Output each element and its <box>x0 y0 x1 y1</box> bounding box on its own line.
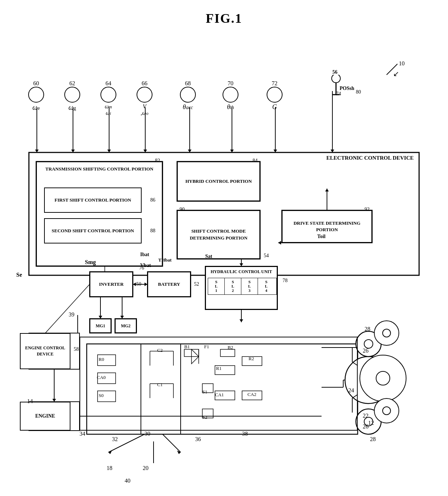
svg-marker-37 <box>120 316 124 319</box>
svg-marker-2 <box>35 150 39 152</box>
svg-marker-82 <box>52 399 56 402</box>
svg-marker-79 <box>177 450 181 454</box>
engine-ctrl-box: ENGINE CONTROL DEVICE 58 <box>20 333 70 369</box>
sensor-66: 66 V,ωo <box>137 80 152 116</box>
inverter-box: INVERTER 50 <box>90 272 133 297</box>
sensor-num-68: 68 <box>185 80 191 87</box>
ref-90: 90 <box>180 207 185 212</box>
sensor-circle-60 <box>28 87 44 103</box>
hcp-box: HYBRID CONTROL PORTION 84 <box>177 161 260 201</box>
hcp-label: HYBRID CONTROL PORTION <box>185 178 252 185</box>
ref-20: 20 <box>143 465 148 471</box>
ref-82: 82 <box>155 158 160 164</box>
sscp-label: SECOND SHIFT CONTROL PORTION <box>52 228 134 234</box>
sensor-num-62: 62 <box>69 80 75 87</box>
battery-box: BATTERY 52 76 <box>147 272 191 297</box>
battery-label: BATTERY <box>158 281 180 287</box>
dsdp-label: DRIVE STATE DETERMINING PORTION <box>283 220 371 233</box>
sensor-circle-72 <box>267 87 283 103</box>
svg-marker-10 <box>188 150 191 152</box>
sat-label: Sat <box>205 254 212 259</box>
ref-28-top: 28 <box>365 326 370 332</box>
sensor-label-60: ωe <box>33 103 40 112</box>
svg-point-65 <box>364 340 373 348</box>
ref-32: 32 <box>112 436 118 443</box>
valve-sl1: S L 1 <box>208 278 225 294</box>
mg1-label: MG1 <box>96 323 105 329</box>
valve-sl4: S L 4 <box>258 278 275 294</box>
svg-point-103 <box>332 75 340 83</box>
ref-86: 86 <box>150 197 155 203</box>
ref-92: 92 <box>365 207 370 212</box>
sensor-68: 68 θacc <box>180 80 196 111</box>
ref-76: 76 <box>139 265 144 271</box>
toil-label: Toil <box>317 234 326 240</box>
ref-52: 52 <box>194 281 199 287</box>
ref-10-arrow: ↙ <box>393 69 399 78</box>
sensor-circle-64 <box>100 87 116 103</box>
valve-sl2: S L 2 <box>225 278 241 294</box>
hcu-label: HYDRAULIC CONTROL UNIT <box>206 267 277 275</box>
svg-marker-16 <box>331 150 334 152</box>
ref-54: 54 <box>264 253 269 259</box>
ref-14: 14 <box>27 398 33 405</box>
svg-marker-87 <box>133 282 136 286</box>
scmdp-label: SHIFT CONTROL MODE DETERMINING PORTION <box>178 228 259 241</box>
ref-78: 78 <box>283 278 288 284</box>
wheel-top-small <box>374 320 399 346</box>
sensor-circle-70 <box>223 87 238 103</box>
svg-marker-86 <box>145 282 147 286</box>
ref-26-top: 26 <box>363 348 369 354</box>
sensor-label-70: θth <box>227 103 234 111</box>
sensor-label-62: ωg <box>68 103 76 112</box>
dsdp-box: DRIVE STATE DETERMINING PORTION 92 <box>282 210 372 243</box>
svg-marker-95 <box>325 189 329 191</box>
sscp-box: SECOND SHIFT CONTROL PORTION 88 <box>44 218 142 243</box>
svg-marker-89 <box>240 319 243 322</box>
fscp-box: FIRST SHIFT CONTROL PORTION 86 <box>44 187 142 213</box>
page-title: FIG.1 <box>0 0 448 26</box>
ref-80: 80 <box>356 89 361 95</box>
scmdp-box: SHIFT CONTROL MODE DETERMINING PORTION 9… <box>177 210 260 259</box>
hcu-box: HYDRAULIC CONTROL UNIT S L 1 S L 2 S L 3… <box>205 266 277 310</box>
svg-marker-35 <box>99 316 102 319</box>
sensor-60: 60 ωe <box>28 80 44 112</box>
svg-marker-8 <box>143 150 147 152</box>
fscp-label: FIRST SHIFT CONTROL PORTION <box>55 197 131 203</box>
sensor-circle-68 <box>180 87 196 103</box>
sensor-label-68: θacc <box>183 103 193 111</box>
svg-marker-14 <box>273 150 277 152</box>
engine-label: ENGINE <box>35 413 55 419</box>
pos-sh-label: POSsh <box>340 86 354 91</box>
wheel-bottom-small <box>374 398 399 423</box>
planetary-box <box>79 337 358 431</box>
ref-38: 38 <box>242 431 248 437</box>
sensor-num-60: 60 <box>33 80 39 87</box>
sensor-num-66: 66 <box>142 80 147 87</box>
ref-50: 50 <box>136 281 141 287</box>
valve-sl3: S L 3 <box>241 278 258 294</box>
sensor-circle-66 <box>137 87 152 103</box>
ref-39: 39 <box>69 311 74 318</box>
mg2-label: MG2 <box>121 323 131 329</box>
inverter-label: INVERTER <box>99 281 124 287</box>
tscp-label: TRANSMISSION SHIFTING CONTROL PORTION <box>46 166 154 172</box>
ref-10: 10 <box>399 60 405 67</box>
tscp-box: TRANSMISSION SHIFTING CONTROL PORTION 82… <box>36 161 163 266</box>
sensor-label-72: G <box>272 103 277 111</box>
svg-marker-77 <box>108 450 112 454</box>
ref-58: 58 <box>74 346 79 352</box>
ref-26-bot: 26 <box>363 423 369 430</box>
ref-74: 74 <box>336 91 341 97</box>
svg-marker-6 <box>107 150 111 152</box>
ref-88: 88 <box>150 228 155 234</box>
ref-40: 40 <box>125 478 130 484</box>
ref-34: 34 <box>79 431 85 437</box>
thbat-label: THbat <box>158 257 172 263</box>
svg-marker-12 <box>230 150 234 152</box>
ref-36: 36 <box>195 436 201 443</box>
ecd-label: ELECTRONIC CONTROL DEVICE <box>326 154 414 162</box>
ref-18: 18 <box>107 465 112 471</box>
wheel-large <box>359 355 406 402</box>
sensor-num-70: 70 <box>228 80 233 87</box>
